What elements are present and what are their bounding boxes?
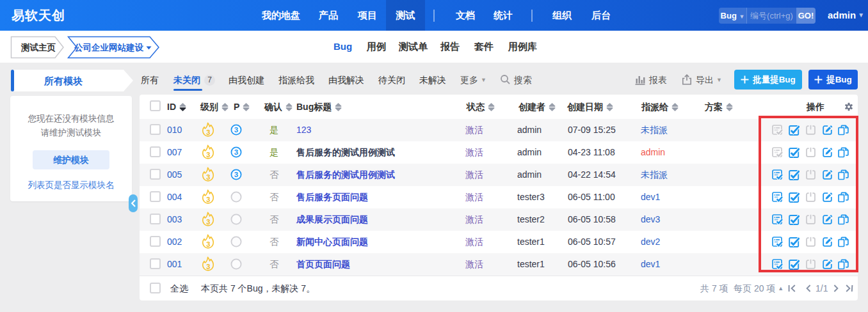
svg-text:所有模块: 所有模块 (44, 75, 83, 86)
svg-text:测试主页: 测试主页 (20, 43, 56, 52)
svg-text:公司企业网站建设: 公司企业网站建设 (74, 43, 144, 52)
